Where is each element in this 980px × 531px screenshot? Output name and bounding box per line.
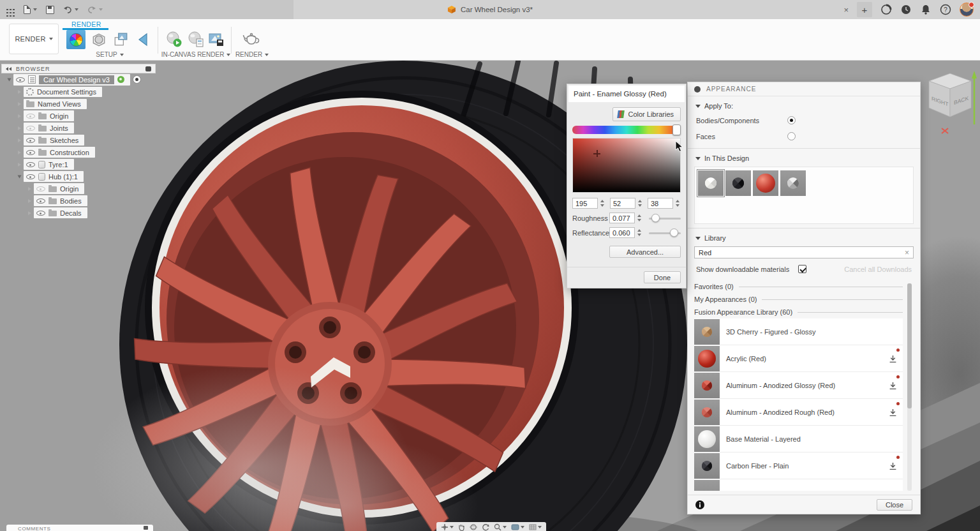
saturation-value-area[interactable]	[572, 138, 681, 193]
section-collapse-icon[interactable]	[695, 237, 701, 240]
tree-item[interactable]: Hub (1):1	[1, 170, 156, 183]
swatch-white-paint[interactable]	[698, 170, 724, 196]
workspace-switcher-button[interactable]: RENDER	[9, 24, 59, 54]
slider-knob[interactable]	[670, 228, 678, 237]
capture-image-button[interactable]	[207, 30, 226, 49]
texture-map-controls-button[interactable]	[134, 30, 153, 49]
done-button[interactable]: Done	[644, 271, 681, 283]
expand-arrow-icon[interactable]	[18, 175, 22, 178]
tree-item[interactable]: Document Settings	[1, 86, 156, 98]
expand-arrow-icon[interactable]	[18, 163, 21, 167]
grid-settings-button[interactable]	[529, 523, 542, 531]
library-section[interactable]: Library	[688, 228, 920, 244]
material-row[interactable]: Carbon Fiber - Plain	[694, 452, 903, 479]
apply-option-bodies[interactable]: Bodies/Components	[688, 112, 920, 128]
expand-arrow-icon[interactable]	[18, 138, 21, 142]
in-canvas-render-button[interactable]	[165, 30, 184, 49]
comments-expand-icon[interactable]	[144, 526, 148, 530]
stepper-control[interactable]	[599, 198, 605, 209]
cancel-downloads-link[interactable]: Cancel all Downloads	[844, 266, 912, 273]
orbit-tool-button[interactable]	[441, 523, 454, 531]
save-button[interactable]	[46, 6, 54, 14]
tree-item[interactable]: Joints	[1, 122, 156, 134]
in-canvas-render-settings-button[interactable]	[186, 30, 205, 49]
visibility-eye-icon[interactable]	[26, 172, 35, 181]
visibility-eye-icon[interactable]	[36, 197, 45, 205]
download-icon[interactable]	[889, 462, 897, 470]
show-downloadable-checkbox[interactable]	[798, 265, 806, 273]
clear-search-icon[interactable]: ×	[905, 248, 909, 257]
expand-arrow-icon[interactable]	[28, 211, 31, 215]
tree-item-root[interactable]: Car Wheel Design v3	[1, 73, 156, 86]
tree-item[interactable]: Named Views	[1, 98, 156, 110]
look-at-button[interactable]	[482, 523, 489, 531]
scene-settings-button[interactable]	[89, 30, 108, 49]
material-row[interactable]: 3D Cherry - Figured - Glossy	[694, 318, 903, 345]
group-label-in-canvas-render[interactable]: IN-CANVAS RENDER	[154, 50, 237, 59]
expand-arrow-icon[interactable]	[18, 102, 21, 106]
notifications-bell-icon[interactable]	[920, 4, 932, 15]
radio-faces[interactable]	[787, 132, 796, 140]
group-label-setup[interactable]: SETUP	[82, 50, 138, 59]
close-button[interactable]: Close	[877, 499, 912, 511]
display-settings-button[interactable]	[511, 523, 524, 531]
material-row[interactable]: Aluminum - Anodized Rough (Red)	[694, 399, 903, 426]
green-value-input[interactable]	[610, 198, 635, 209]
group-label-render[interactable]: RENDER	[227, 50, 277, 59]
swatch-black-rubber[interactable]	[725, 170, 751, 196]
visibility-eye-icon[interactable]	[26, 112, 35, 120]
stepper-control[interactable]	[674, 198, 681, 209]
undo-button[interactable]	[63, 6, 78, 13]
free-orbit-button[interactable]	[470, 523, 477, 531]
browser-header[interactable]: BROWSER	[1, 64, 156, 73]
stepper-control[interactable]	[636, 228, 642, 238]
visibility-eye-icon[interactable]	[26, 148, 35, 156]
reflectance-input[interactable]	[609, 227, 635, 238]
browser-options-icon[interactable]	[145, 66, 151, 71]
appearance-tool-button[interactable]	[66, 30, 85, 49]
expand-arrow-icon[interactable]	[28, 187, 31, 191]
red-value-input[interactable]	[572, 198, 598, 209]
visibility-eye-icon[interactable]	[36, 209, 45, 217]
stepper-control[interactable]	[636, 213, 642, 223]
material-row[interactable]: Acrylic (Red)	[694, 345, 903, 372]
download-icon[interactable]	[889, 355, 897, 363]
sv-marker[interactable]	[593, 150, 600, 157]
file-menu-button[interactable]	[24, 5, 37, 14]
zoom-tool-button[interactable]	[494, 523, 507, 531]
section-collapse-icon[interactable]	[695, 105, 701, 108]
expand-arrow-icon[interactable]	[18, 126, 21, 130]
reflectance-slider[interactable]	[649, 228, 681, 238]
document-tab[interactable]: Car Wheel Design v3*	[447, 0, 533, 19]
download-icon[interactable]	[889, 408, 897, 417]
redo-button[interactable]	[87, 6, 103, 13]
expand-arrow-icon[interactable]	[28, 199, 31, 203]
library-section-fusion-library[interactable]: Fusion Appearance Library (60)	[694, 306, 903, 318]
advanced-button[interactable]: Advanced...	[609, 246, 681, 258]
library-section-favorites[interactable]: Favorites (0)	[694, 280, 903, 293]
visibility-eye-icon[interactable]	[26, 124, 35, 132]
color-libraries-button[interactable]: Color Libraries	[612, 107, 681, 121]
tree-item[interactable]: Origin	[1, 183, 156, 195]
in-this-design-section[interactable]: In This Design	[688, 149, 920, 165]
visibility-eye-icon[interactable]	[26, 136, 35, 144]
activate-component-radio[interactable]	[133, 75, 141, 84]
expand-arrow-icon[interactable]	[18, 114, 21, 118]
tab-render[interactable]: RENDER	[71, 20, 101, 28]
section-collapse-icon[interactable]	[695, 157, 701, 160]
material-row-partial[interactable]	[694, 479, 903, 491]
help-icon[interactable]: ?	[940, 4, 951, 15]
material-row[interactable]: Base Material - Layered	[694, 426, 903, 452]
render-button[interactable]	[240, 30, 263, 49]
expand-arrow-icon[interactable]	[18, 151, 21, 154]
tree-item[interactable]: Bodies	[1, 195, 156, 207]
comments-bar[interactable]: COMMENTS	[6, 525, 153, 531]
tree-item[interactable]: Sketches	[1, 134, 156, 146]
appearance-panel-header[interactable]: APPEARANCE	[688, 82, 920, 96]
tree-item[interactable]: Tyre:1	[1, 158, 156, 170]
new-tab-button[interactable]: +	[857, 2, 872, 17]
expand-arrow-icon[interactable]	[18, 90, 21, 94]
expand-arrow-icon[interactable]	[8, 78, 11, 81]
swatch-red-paint[interactable]	[753, 170, 778, 196]
swatch-chrome[interactable]	[780, 170, 806, 196]
